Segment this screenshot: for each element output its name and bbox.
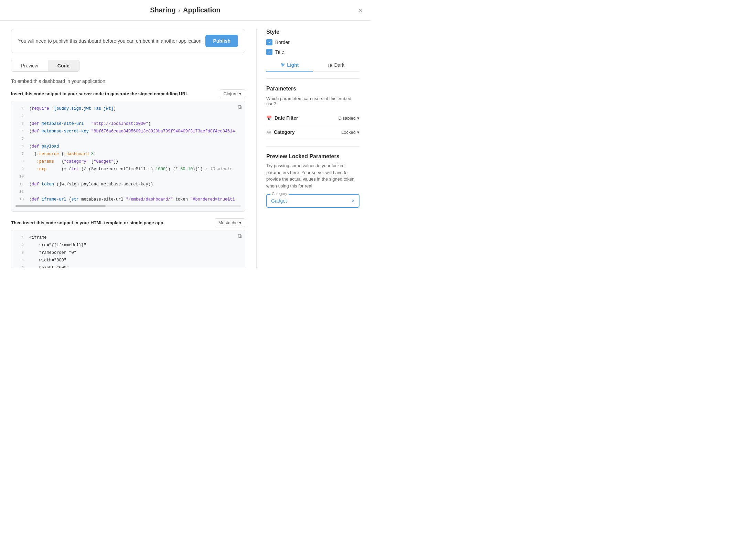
style-section: Style ✓ Border ✓ Title ☀ Light ◑ Dark — [266, 29, 359, 72]
border-checkbox[interactable]: ✓ — [266, 39, 272, 45]
server-snippet-section: Insert this code snippet in your server … — [11, 89, 245, 212]
header-title-part1: Sharing — [150, 6, 175, 14]
publish-button[interactable]: Publish — [205, 35, 238, 47]
html-language-select[interactable]: Mustache ▾ — [215, 218, 245, 227]
title-checkbox-row: ✓ Title — [266, 49, 359, 55]
html-line-1: 1 <iframe — [15, 234, 241, 242]
code-line-12: 12 — [15, 189, 241, 196]
code-line-9: 9 :exp (+ (int (/ (System/currentTimeMil… — [15, 166, 241, 173]
title-checkbox[interactable]: ✓ — [266, 49, 272, 55]
category-dropdown[interactable]: Locked ▾ — [341, 130, 359, 135]
border-checkbox-row: ✓ Border — [266, 39, 359, 45]
html-code-inner: 1 <iframe 2 src="{{iframeUrl}}" 3 frameb… — [11, 234, 245, 268]
style-section-title: Style — [266, 29, 359, 35]
instruction-text: To embed this dashboard in your applicat… — [11, 78, 245, 84]
preview-locked-title: Preview Locked Parameters — [266, 153, 359, 160]
publish-notice-text: You will need to publish this dashboard … — [18, 38, 203, 44]
preview-locked-section: Preview Locked Parameters Try passing so… — [266, 153, 359, 208]
parameters-section: Parameters Which parameters can users of… — [266, 86, 359, 139]
code-line-6: 6 (def payload — [15, 143, 241, 151]
header-chevron: › — [179, 7, 180, 13]
theme-dark[interactable]: ◑ Dark — [313, 59, 360, 72]
category-param: Aa Category Locked ▾ — [266, 125, 359, 139]
html-line-3: 3 frameborder="0" — [15, 249, 241, 257]
code-line-2: 2 — [15, 113, 241, 120]
border-label: Border — [275, 40, 290, 45]
date-filter-dropdown[interactable]: Disabled ▾ — [338, 116, 359, 121]
publish-notice: You will need to publish this dashboard … — [11, 29, 245, 53]
html-snippet-header: Then insert this code snippet in your HT… — [11, 218, 245, 227]
server-code-inner: 1 (require '[buddy.sign.jwt :as jwt]) 2 … — [11, 105, 245, 204]
language-label: Clojure — [224, 91, 238, 96]
parameters-title: Parameters — [266, 86, 359, 92]
copy-server-code-button[interactable]: ⧉ — [238, 104, 241, 110]
category-float-label: Category — [270, 192, 289, 196]
code-line-7: 7 {:resource {:dashboard 3} — [15, 151, 241, 158]
chevron-down-category: ▾ — [357, 130, 359, 135]
code-line-1: 1 (require '[buddy.sign.jwt :as jwt]) — [15, 105, 241, 113]
code-line-10: 10 — [15, 173, 241, 181]
section-divider-1 — [266, 78, 359, 79]
code-line-5: 5 — [15, 136, 241, 143]
text-icon: Aa — [266, 130, 271, 134]
category-value: Locked — [341, 130, 356, 135]
chevron-down-icon-html: ▾ — [239, 220, 241, 225]
view-tabs: Preview Code — [11, 60, 79, 72]
preview-locked-desc: Try passing some values to your locked p… — [266, 162, 359, 189]
dark-label: Dark — [334, 62, 344, 68]
code-line-4: 4 (def metabase-secret-key "8bf676a6ceae… — [15, 128, 241, 136]
date-filter-param: 📅 Date Filter Disabled ▾ — [266, 111, 359, 125]
theme-toggle: ☀ Light ◑ Dark — [266, 59, 359, 72]
theme-light[interactable]: ☀ Light — [266, 59, 313, 72]
chevron-down-icon: ▾ — [239, 91, 241, 96]
html-language-label: Mustache — [218, 220, 238, 225]
section-divider-2 — [266, 146, 359, 147]
code-line-13: 13 (def iframe-url (str metabase-site-ur… — [15, 196, 241, 204]
close-button[interactable]: × — [358, 7, 362, 14]
parameters-subtitle: Which parameters can users of this embed… — [266, 96, 359, 106]
html-snippet-label: Then insert this code snippet in your HT… — [11, 220, 164, 225]
html-line-4: 4 width="800" — [15, 257, 241, 265]
title-label: Title — [275, 49, 284, 55]
date-filter-left: 📅 Date Filter — [266, 115, 298, 121]
light-label: Light — [287, 62, 299, 68]
code-line-3: 3 (def metabase-site-url "http://localho… — [15, 120, 241, 128]
server-code-block: ⧉ 1 (require '[buddy.sign.jwt :as jwt]) … — [11, 101, 245, 212]
category-input-wrap: Category Gadget × — [266, 194, 359, 208]
language-select[interactable]: Clojure ▾ — [220, 89, 245, 98]
tab-preview[interactable]: Preview — [11, 60, 48, 71]
chevron-down-date: ▾ — [357, 116, 359, 121]
category-input-value: Gadget — [271, 198, 287, 204]
header-title-part2: Application — [183, 6, 221, 14]
horizontal-scrollbar[interactable] — [15, 205, 241, 207]
html-line-2: 2 src="{{iframeUrl}}" — [15, 242, 241, 249]
snippet-header: Insert this code snippet in your server … — [11, 89, 245, 98]
right-panel: Style ✓ Border ✓ Title ☀ Light ◑ Dark — [256, 29, 359, 268]
modal-header: Sharing › Application × — [0, 0, 370, 21]
calendar-icon: 📅 — [266, 116, 272, 121]
sun-icon: ☀ — [280, 62, 285, 68]
copy-html-code-button[interactable]: ⧉ — [238, 233, 241, 239]
moon-icon: ◑ — [328, 62, 332, 68]
date-filter-value: Disabled — [338, 116, 356, 121]
html-code-block: ⧉ 1 <iframe 2 src="{{iframeUrl}}" 3 fram… — [11, 230, 245, 268]
html-snippet-section: Then insert this code snippet in your HT… — [11, 218, 245, 268]
left-panel: You will need to publish this dashboard … — [11, 29, 256, 268]
date-filter-name: Date Filter — [275, 115, 298, 121]
tab-code[interactable]: Code — [48, 60, 79, 71]
category-name: Category — [274, 129, 295, 135]
html-line-5: 5 height="600" — [15, 265, 241, 268]
code-line-8: 8 :params {"category" ["Gadget"]} — [15, 158, 241, 166]
category-left: Aa Category — [266, 129, 295, 135]
main-layout: You will need to publish this dashboard … — [0, 21, 370, 277]
code-line-11: 11 (def token (jwt/sign payload metabase… — [15, 181, 241, 189]
category-clear-button[interactable]: × — [352, 198, 355, 204]
server-snippet-label: Insert this code snippet in your server … — [11, 91, 188, 96]
header-title: Sharing › Application — [150, 6, 221, 14]
